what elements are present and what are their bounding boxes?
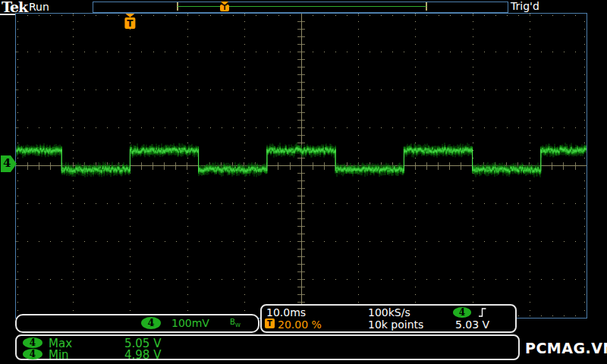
- bandwidth-limit-icon: BW: [230, 318, 241, 328]
- measurement-box: 4 Max 5.05 V 4 Min 4.98 V: [15, 334, 520, 360]
- channel-4-badge: 4: [23, 337, 42, 348]
- measurement-name: Min: [49, 348, 69, 362]
- record-preview-bar: T: [93, 2, 508, 13]
- measurement-row: 4 Max 5.05 V: [17, 337, 518, 349]
- svg-text:T: T: [127, 18, 134, 29]
- channel-4-badge: 4: [141, 317, 161, 329]
- trigger-status: Trig'd: [511, 0, 539, 12]
- channel-readout-box: 4 100mV BW: [15, 314, 259, 333]
- trigger-level-readout: 5.03 V: [455, 318, 489, 331]
- graticule: T: [15, 13, 587, 318]
- trigger-t-icon: T: [265, 318, 275, 328]
- channel-scale: 100mV: [171, 317, 209, 329]
- acquisition-status: Run: [29, 1, 49, 13]
- timebase-readout: 10.0ms: [266, 306, 306, 318]
- channel-4-position-marker: 4: [1, 155, 17, 172]
- measurement-row: 4 Min 4.98 V: [17, 349, 518, 360]
- trigger-source-badge: 4: [453, 307, 471, 318]
- channel-4-badge: 4: [23, 349, 42, 359]
- watermark: PCMAG.VN: [525, 340, 607, 356]
- measurement-value: 4.98 V: [124, 348, 161, 362]
- sample-rate-readout: 100kS/s: [368, 306, 410, 318]
- trigger-slope-rising-icon: [478, 307, 487, 318]
- waveform-display: T: [16, 14, 587, 318]
- record-length-readout: 10k points: [368, 318, 423, 331]
- oscilloscope-screen: Tek Run Trig'd T T 4 4 100mV BW 10.0ms 1…: [0, 0, 607, 364]
- preview-trigger-t-icon: T: [220, 5, 229, 11]
- trigger-readout-box: 10.0ms 100kS/s 4 T 20.00 % 10k points 5.…: [260, 304, 517, 333]
- trigger-position-readout: 20.00 %: [278, 318, 322, 331]
- preview-waveform-line: [178, 6, 426, 7]
